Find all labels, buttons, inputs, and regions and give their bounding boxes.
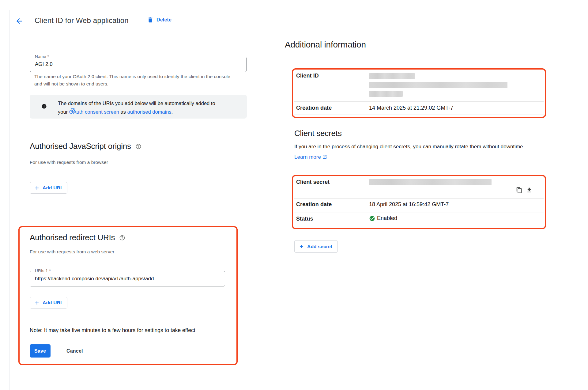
redirect-uri-field[interactable]: URIs 1 * (30, 271, 225, 286)
help-icon[interactable] (135, 143, 141, 150)
trash-icon (147, 17, 154, 23)
js-origins-heading-text: Authorised JavaScript origins (30, 142, 131, 151)
delete-label: Delete (156, 17, 172, 23)
additional-info-heading: Additional information (285, 40, 366, 50)
client-id-redacted-line-3 (369, 91, 403, 97)
add-js-origin-uri-button[interactable]: Add URI (30, 182, 67, 194)
cancel-button[interactable]: Cancel (63, 344, 86, 358)
client-id-redacted-line-1 (369, 73, 415, 79)
settings-note: Note: It may take five minutes to a few … (30, 327, 195, 334)
add-redirect-uri-button[interactable]: Add URI (30, 297, 67, 309)
domains-info-banner: The domains of the URIs you add below wi… (30, 95, 247, 119)
client-name-input[interactable] (30, 57, 246, 72)
banner-text-after: . (172, 109, 173, 115)
save-button[interactable]: Save (30, 344, 51, 358)
client-id-card-bottom-divider (294, 115, 544, 115)
download-icon (526, 187, 533, 193)
panel-top-border (9, 10, 588, 10)
delete-button[interactable]: Delete (147, 17, 172, 23)
download-secret-button[interactable] (526, 187, 533, 194)
client-secret-card-divider-1 (294, 198, 544, 199)
plus-icon (34, 185, 40, 191)
help-icon[interactable] (119, 235, 125, 241)
plus-icon (34, 300, 40, 306)
plus-icon (299, 244, 304, 249)
add-secret-button[interactable]: Add secret (294, 240, 338, 253)
arrow-left-icon (15, 17, 24, 25)
add-secret-label: Add secret (307, 244, 332, 249)
status-value-cell: Enabled (369, 215, 397, 222)
client-id-creation-date-value: 14 March 2025 at 21:29:02 GMT-7 (369, 105, 453, 111)
client-secret-label: Client secret (296, 179, 330, 185)
client-id-redacted-line-2 (369, 82, 507, 88)
authorised-domains-link[interactable]: authorised domains (127, 109, 172, 115)
copy-icon (516, 187, 522, 193)
client-name-help-text: The name of your OAuth 2.0 client. This … (34, 73, 231, 88)
secret-creation-date-label: Creation date (296, 201, 332, 208)
page-title: Client ID for Web application (35, 16, 129, 25)
add-js-origin-uri-label: Add URI (43, 185, 62, 191)
client-name-field[interactable]: Name * (30, 57, 247, 72)
client-secrets-heading: Client secrets (294, 129, 342, 138)
back-button[interactable] (15, 17, 24, 25)
client-id-label: Client ID (296, 73, 319, 79)
status-value: Enabled (377, 215, 397, 222)
client-id-creation-date-label: Creation date (296, 105, 332, 111)
js-origins-subtitle: For use with requests from a browser (30, 160, 108, 165)
redirect-uris-heading: Authorised redirect URIs (30, 233, 125, 242)
status-label: Status (296, 216, 313, 222)
add-redirect-uri-label: Add URI (43, 300, 62, 305)
js-origins-heading: Authorised JavaScript origins (30, 142, 141, 151)
open-in-new-icon (70, 108, 75, 112)
secret-creation-date-value: 18 April 2025 at 16:59:42 GMT-7 (369, 201, 449, 208)
client-secrets-description-text: If you are in the process of changing cl… (294, 144, 524, 150)
client-secrets-description: If you are in the process of changing cl… (294, 142, 526, 162)
check-circle-icon (369, 215, 375, 222)
banner-text: The domains of the URIs you add below wi… (58, 99, 223, 116)
header-divider (10, 30, 588, 30)
banner-text-middle: as (119, 109, 127, 115)
redirect-uris-subtitle: For use with requests from a web server (30, 249, 115, 255)
client-id-card-divider (294, 101, 544, 102)
panel-left-border (9, 10, 10, 390)
oauth-client-detail-page: Client ID for Web application Delete Nam… (0, 0, 588, 390)
redirect-uris-highlight-box (18, 226, 238, 365)
oauth-consent-screen-link[interactable]: OAuth consent screen (69, 109, 119, 115)
learn-more-link[interactable]: Learn more (294, 154, 321, 160)
copy-secret-button[interactable] (516, 187, 522, 194)
info-icon (41, 104, 47, 109)
client-secret-card-divider-2 (294, 213, 544, 213)
open-in-new-icon (322, 154, 327, 159)
redirect-uri-input[interactable] (30, 271, 225, 286)
client-secret-redacted (369, 179, 492, 185)
redirect-uris-heading-text: Authorised redirect URIs (30, 233, 115, 242)
